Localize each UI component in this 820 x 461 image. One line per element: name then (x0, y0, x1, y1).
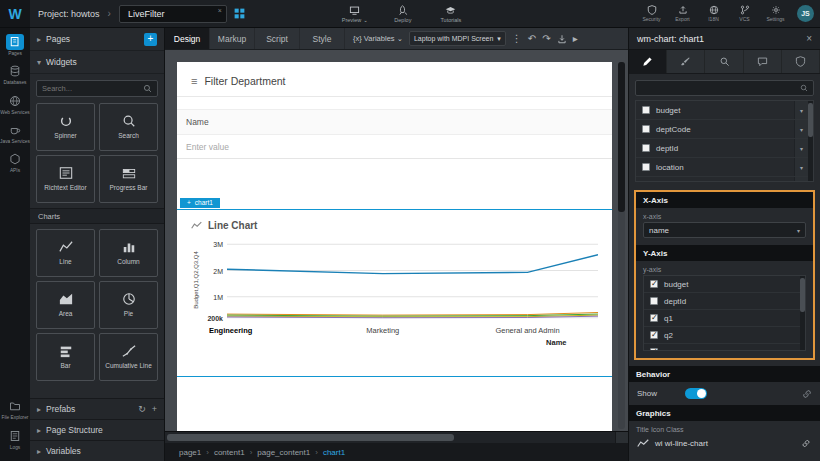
widget-tile-richtext-editor[interactable]: Richtext Editor (36, 155, 95, 203)
tutorials-button[interactable]: Tutorials (434, 5, 468, 23)
name-filter-input[interactable] (186, 142, 603, 152)
wavemaker-logo-icon[interactable]: W (0, 0, 30, 27)
x-axis-select[interactable]: name ▾ (643, 222, 806, 238)
bind-link-icon[interactable] (802, 389, 812, 399)
security-button[interactable]: Security (638, 5, 665, 22)
pages-section-header[interactable]: ▸ Pages + (30, 28, 164, 51)
checkbox[interactable] (642, 163, 650, 171)
chart-widget-selection[interactable]: + chart1 Line Chart Budget,Q1,Q2,Q3,Q4 3… (177, 209, 612, 377)
tab-style[interactable]: Style (300, 28, 345, 49)
prefabs-section-header[interactable]: ▸ Prefabs ↻ + (30, 398, 164, 419)
widget-tile-progress-bar[interactable]: Progress Bar (99, 155, 158, 203)
page-structure-section-header[interactable]: ▸ Page Structure (30, 419, 164, 440)
widget-tile-column[interactable]: Column (99, 229, 158, 277)
rail-item-web-services[interactable]: Web Services (0, 93, 30, 115)
i18n-button[interactable]: I18N (700, 5, 727, 22)
tab-inspect[interactable] (705, 50, 743, 73)
checkbox[interactable] (650, 331, 658, 339)
add-prefab-icon[interactable]: + (152, 404, 157, 414)
rail-item-pages[interactable]: Pages (0, 34, 30, 56)
bind-link-icon[interactable] (800, 439, 812, 448)
rail-item-java-services[interactable]: Java Services (0, 122, 30, 144)
widget-tile-area[interactable]: Area (36, 281, 95, 329)
add-page-button[interactable]: + (144, 33, 157, 46)
variables-dropdown[interactable]: {x} Variables ⌄ (353, 34, 403, 43)
property-search-input[interactable] (641, 84, 800, 93)
checkbox[interactable] (650, 314, 658, 322)
breadcrumb-chart1[interactable]: chart1 (323, 448, 345, 457)
deploy-button[interactable]: Deploy (386, 5, 420, 23)
user-avatar[interactable]: JS (797, 5, 814, 22)
tab-properties[interactable] (629, 50, 667, 73)
page-preview[interactable]: ≡ Filter Department Name + chart1 Line C… (177, 62, 612, 431)
preview-button[interactable]: Preview⌄ (338, 5, 372, 23)
chevron-down-icon[interactable]: ▾ (794, 101, 808, 119)
selection-tag[interactable]: + chart1 (180, 198, 220, 208)
chevron-down-icon[interactable]: ▾ (794, 139, 808, 157)
list-scrollbar[interactable] (800, 276, 805, 350)
checkbox[interactable] (642, 144, 650, 152)
hamburger-icon[interactable]: ≡ (191, 75, 197, 87)
variables-section-header[interactable]: ▸ Variables (30, 440, 164, 461)
kebab-menu-icon[interactable]: ⋮ (512, 33, 522, 44)
breadcrumb-page-content1[interactable]: page_content1 (257, 448, 310, 457)
breadcrumb-page1[interactable]: page1 (179, 448, 201, 457)
tab-styles[interactable] (667, 50, 705, 73)
page-selector[interactable]: LiveFilter × (119, 5, 227, 23)
chevron-down-icon[interactable]: ▾ (794, 177, 808, 182)
scrollbar-thumb[interactable] (618, 62, 625, 212)
scrollbar-thumb[interactable] (808, 103, 813, 137)
widget-tile-search[interactable]: Search (99, 103, 158, 151)
tab-markup[interactable]: Markup (210, 28, 255, 49)
globe-icon (709, 5, 719, 15)
close-icon[interactable]: × (218, 7, 222, 14)
tab-design[interactable]: Design (165, 28, 210, 49)
settings-button[interactable]: Settings (762, 5, 789, 22)
grid-view-icon[interactable] (233, 7, 246, 20)
rail-item-apis[interactable]: APIs (0, 151, 30, 173)
show-toggle[interactable] (685, 388, 707, 399)
close-icon[interactable]: × (806, 33, 812, 44)
run-icon[interactable]: ▸ (573, 33, 578, 44)
checkbox[interactable] (642, 125, 650, 133)
design-canvas[interactable]: ≡ Filter Department Name + chart1 Line C… (165, 50, 628, 431)
rail-item-file-explorer[interactable]: File Explorer (0, 398, 30, 420)
widget-tile-cumulative-line[interactable]: Cumulative Line (99, 333, 158, 381)
widget-tile-bar[interactable]: Bar (36, 333, 95, 381)
chevron-down-icon[interactable]: ⌄ (363, 17, 368, 23)
widget-tile-pie[interactable]: Pie (99, 281, 158, 329)
x-axis-select-value: name (649, 226, 669, 235)
checkbox[interactable] (650, 348, 658, 351)
chevron-down-icon[interactable]: ▾ (794, 158, 808, 176)
chevron-right-icon: › (250, 448, 253, 457)
tab-security[interactable] (782, 50, 820, 73)
list-scrollbar[interactable] (808, 101, 813, 181)
y-axis-field-list: budget deptId q1 q2 q3 (643, 275, 806, 351)
widgets-section-header[interactable]: ▾ Widgets (30, 51, 164, 74)
vcs-button[interactable]: VCS (731, 5, 758, 22)
undo-icon[interactable]: ↶ (528, 33, 536, 44)
tab-events[interactable] (744, 50, 782, 73)
redo-icon[interactable]: ↷ (542, 33, 550, 44)
widget-search-input[interactable] (42, 84, 143, 93)
canvas-horizontal-scrollbar[interactable] (165, 431, 628, 443)
checkbox[interactable] (650, 280, 658, 288)
rail-item-databases[interactable]: Databases (0, 63, 30, 85)
checkbox[interactable] (642, 106, 650, 114)
checkbox[interactable] (650, 297, 658, 305)
breadcrumb-content1[interactable]: content1 (214, 448, 245, 457)
tab-script[interactable]: Script (255, 28, 300, 49)
widget-tile-spinner[interactable]: Spinner (36, 103, 95, 151)
scrollbar-thumb[interactable] (167, 434, 454, 441)
chevron-down-icon[interactable]: ▾ (794, 120, 808, 138)
widget-tile-line[interactable]: Line (36, 229, 95, 277)
refresh-icon[interactable]: ↻ (138, 404, 146, 414)
scrollbar-thumb[interactable] (800, 278, 805, 312)
export-icon (678, 5, 688, 15)
import-icon[interactable] (557, 34, 567, 44)
export-button[interactable]: Export (669, 5, 696, 22)
canvas-vertical-scrollbar[interactable] (618, 62, 625, 429)
rail-item-logs[interactable]: Logs (0, 428, 30, 450)
device-selector[interactable]: Laptop with MDPI Screen ▾ (409, 31, 506, 46)
chevron-right-icon: › (315, 448, 318, 457)
